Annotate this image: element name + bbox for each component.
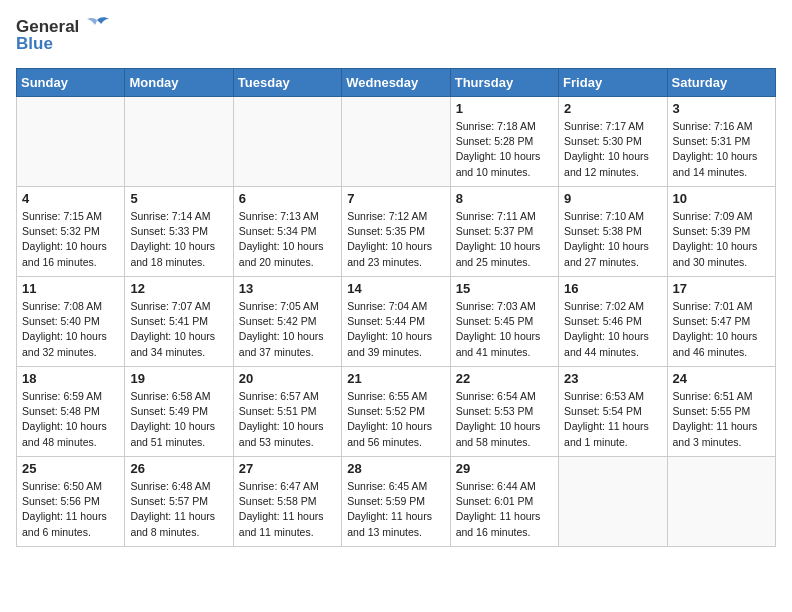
top-bar: General Blue [16, 16, 776, 62]
day-number: 14 [347, 281, 444, 296]
cell-content: Sunrise: 6:53 AM Sunset: 5:54 PM Dayligh… [564, 389, 661, 450]
day-number: 17 [673, 281, 770, 296]
cell-content: Sunrise: 7:07 AM Sunset: 5:41 PM Dayligh… [130, 299, 227, 360]
col-header-saturday: Saturday [667, 69, 775, 97]
day-number: 15 [456, 281, 553, 296]
day-number: 1 [456, 101, 553, 116]
day-number: 10 [673, 191, 770, 206]
calendar-cell: 5Sunrise: 7:14 AM Sunset: 5:33 PM Daylig… [125, 187, 233, 277]
calendar-cell: 7Sunrise: 7:12 AM Sunset: 5:35 PM Daylig… [342, 187, 450, 277]
day-number: 19 [130, 371, 227, 386]
cell-content: Sunrise: 6:47 AM Sunset: 5:58 PM Dayligh… [239, 479, 336, 540]
calendar-cell: 20Sunrise: 6:57 AM Sunset: 5:51 PM Dayli… [233, 367, 341, 457]
day-number: 21 [347, 371, 444, 386]
day-number: 2 [564, 101, 661, 116]
cell-content: Sunrise: 6:59 AM Sunset: 5:48 PM Dayligh… [22, 389, 119, 450]
day-number: 9 [564, 191, 661, 206]
calendar-cell: 19Sunrise: 6:58 AM Sunset: 5:49 PM Dayli… [125, 367, 233, 457]
calendar-cell [233, 97, 341, 187]
cell-content: Sunrise: 6:48 AM Sunset: 5:57 PM Dayligh… [130, 479, 227, 540]
day-number: 5 [130, 191, 227, 206]
calendar-week-row: 1Sunrise: 7:18 AM Sunset: 5:28 PM Daylig… [17, 97, 776, 187]
calendar-cell: 27Sunrise: 6:47 AM Sunset: 5:58 PM Dayli… [233, 457, 341, 547]
day-number: 27 [239, 461, 336, 476]
cell-content: Sunrise: 6:57 AM Sunset: 5:51 PM Dayligh… [239, 389, 336, 450]
col-header-friday: Friday [559, 69, 667, 97]
calendar-cell: 12Sunrise: 7:07 AM Sunset: 5:41 PM Dayli… [125, 277, 233, 367]
cell-content: Sunrise: 6:51 AM Sunset: 5:55 PM Dayligh… [673, 389, 770, 450]
day-number: 26 [130, 461, 227, 476]
cell-content: Sunrise: 7:17 AM Sunset: 5:30 PM Dayligh… [564, 119, 661, 180]
calendar-cell: 22Sunrise: 6:54 AM Sunset: 5:53 PM Dayli… [450, 367, 558, 457]
calendar-cell: 18Sunrise: 6:59 AM Sunset: 5:48 PM Dayli… [17, 367, 125, 457]
day-number: 24 [673, 371, 770, 386]
col-header-thursday: Thursday [450, 69, 558, 97]
day-number: 29 [456, 461, 553, 476]
day-number: 7 [347, 191, 444, 206]
cell-content: Sunrise: 7:10 AM Sunset: 5:38 PM Dayligh… [564, 209, 661, 270]
cell-content: Sunrise: 6:50 AM Sunset: 5:56 PM Dayligh… [22, 479, 119, 540]
day-number: 6 [239, 191, 336, 206]
calendar-cell: 17Sunrise: 7:01 AM Sunset: 5:47 PM Dayli… [667, 277, 775, 367]
calendar-cell [125, 97, 233, 187]
calendar-cell: 15Sunrise: 7:03 AM Sunset: 5:45 PM Dayli… [450, 277, 558, 367]
day-number: 16 [564, 281, 661, 296]
cell-content: Sunrise: 7:13 AM Sunset: 5:34 PM Dayligh… [239, 209, 336, 270]
cell-content: Sunrise: 7:12 AM Sunset: 5:35 PM Dayligh… [347, 209, 444, 270]
calendar-cell: 8Sunrise: 7:11 AM Sunset: 5:37 PM Daylig… [450, 187, 558, 277]
cell-content: Sunrise: 7:16 AM Sunset: 5:31 PM Dayligh… [673, 119, 770, 180]
calendar-cell [17, 97, 125, 187]
logo-text-blue: Blue [16, 34, 53, 54]
col-header-wednesday: Wednesday [342, 69, 450, 97]
cell-content: Sunrise: 7:01 AM Sunset: 5:47 PM Dayligh… [673, 299, 770, 360]
calendar-cell: 4Sunrise: 7:15 AM Sunset: 5:32 PM Daylig… [17, 187, 125, 277]
cell-content: Sunrise: 7:15 AM Sunset: 5:32 PM Dayligh… [22, 209, 119, 270]
cell-content: Sunrise: 7:08 AM Sunset: 5:40 PM Dayligh… [22, 299, 119, 360]
calendar-cell: 9Sunrise: 7:10 AM Sunset: 5:38 PM Daylig… [559, 187, 667, 277]
cell-content: Sunrise: 6:45 AM Sunset: 5:59 PM Dayligh… [347, 479, 444, 540]
cell-content: Sunrise: 7:04 AM Sunset: 5:44 PM Dayligh… [347, 299, 444, 360]
calendar-cell: 14Sunrise: 7:04 AM Sunset: 5:44 PM Dayli… [342, 277, 450, 367]
calendar-cell: 3Sunrise: 7:16 AM Sunset: 5:31 PM Daylig… [667, 97, 775, 187]
calendar-cell: 29Sunrise: 6:44 AM Sunset: 6:01 PM Dayli… [450, 457, 558, 547]
calendar-cell: 1Sunrise: 7:18 AM Sunset: 5:28 PM Daylig… [450, 97, 558, 187]
day-number: 28 [347, 461, 444, 476]
cell-content: Sunrise: 7:05 AM Sunset: 5:42 PM Dayligh… [239, 299, 336, 360]
day-number: 3 [673, 101, 770, 116]
calendar-cell: 6Sunrise: 7:13 AM Sunset: 5:34 PM Daylig… [233, 187, 341, 277]
day-number: 8 [456, 191, 553, 206]
cell-content: Sunrise: 7:18 AM Sunset: 5:28 PM Dayligh… [456, 119, 553, 180]
cell-content: Sunrise: 7:11 AM Sunset: 5:37 PM Dayligh… [456, 209, 553, 270]
cell-content: Sunrise: 6:58 AM Sunset: 5:49 PM Dayligh… [130, 389, 227, 450]
calendar-cell: 25Sunrise: 6:50 AM Sunset: 5:56 PM Dayli… [17, 457, 125, 547]
calendar-cell: 13Sunrise: 7:05 AM Sunset: 5:42 PM Dayli… [233, 277, 341, 367]
col-header-sunday: Sunday [17, 69, 125, 97]
cell-content: Sunrise: 6:44 AM Sunset: 6:01 PM Dayligh… [456, 479, 553, 540]
day-number: 13 [239, 281, 336, 296]
cell-content: Sunrise: 7:02 AM Sunset: 5:46 PM Dayligh… [564, 299, 661, 360]
calendar-cell: 21Sunrise: 6:55 AM Sunset: 5:52 PM Dayli… [342, 367, 450, 457]
calendar-cell: 23Sunrise: 6:53 AM Sunset: 5:54 PM Dayli… [559, 367, 667, 457]
day-number: 4 [22, 191, 119, 206]
day-number: 25 [22, 461, 119, 476]
cell-content: Sunrise: 7:09 AM Sunset: 5:39 PM Dayligh… [673, 209, 770, 270]
cell-content: Sunrise: 7:03 AM Sunset: 5:45 PM Dayligh… [456, 299, 553, 360]
calendar-cell: 16Sunrise: 7:02 AM Sunset: 5:46 PM Dayli… [559, 277, 667, 367]
cell-content: Sunrise: 7:14 AM Sunset: 5:33 PM Dayligh… [130, 209, 227, 270]
calendar-cell: 28Sunrise: 6:45 AM Sunset: 5:59 PM Dayli… [342, 457, 450, 547]
day-number: 20 [239, 371, 336, 386]
day-number: 11 [22, 281, 119, 296]
calendar-week-row: 4Sunrise: 7:15 AM Sunset: 5:32 PM Daylig… [17, 187, 776, 277]
calendar-header-row: SundayMondayTuesdayWednesdayThursdayFrid… [17, 69, 776, 97]
logo-bird-icon [83, 16, 111, 38]
calendar-week-row: 25Sunrise: 6:50 AM Sunset: 5:56 PM Dayli… [17, 457, 776, 547]
calendar-cell: 10Sunrise: 7:09 AM Sunset: 5:39 PM Dayli… [667, 187, 775, 277]
day-number: 12 [130, 281, 227, 296]
calendar-cell [342, 97, 450, 187]
calendar-week-row: 18Sunrise: 6:59 AM Sunset: 5:48 PM Dayli… [17, 367, 776, 457]
calendar-cell: 2Sunrise: 7:17 AM Sunset: 5:30 PM Daylig… [559, 97, 667, 187]
calendar-cell [559, 457, 667, 547]
day-number: 18 [22, 371, 119, 386]
cell-content: Sunrise: 6:54 AM Sunset: 5:53 PM Dayligh… [456, 389, 553, 450]
logo: General Blue [16, 16, 111, 54]
